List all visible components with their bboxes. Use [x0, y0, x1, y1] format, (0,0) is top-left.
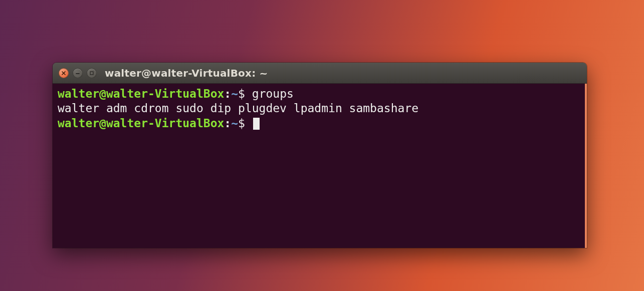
close-button[interactable] — [59, 68, 69, 78]
window-titlebar[interactable]: walter@walter-VirtualBox: ~ — [53, 63, 587, 84]
prompt-path: ~ — [231, 87, 238, 100]
maximize-icon — [89, 71, 94, 76]
terminal-line-1: walter@walter-VirtualBox:~$ groups — [58, 87, 580, 101]
minimize-button[interactable] — [73, 68, 83, 78]
terminal-window: walter@walter-VirtualBox: ~ walter@walte… — [53, 63, 587, 248]
command-output: walter adm cdrom sudo dip plugdev lpadmi… — [58, 102, 418, 115]
command-text: groups — [252, 87, 294, 100]
prompt-separator: : — [224, 87, 231, 100]
prompt-path: ~ — [231, 117, 238, 130]
terminal-line-2: walter adm cdrom sudo dip plugdev lpadmi… — [58, 101, 580, 116]
prompt-separator: : — [224, 117, 231, 130]
terminal-body[interactable]: walter@walter-VirtualBox:~$ groups walte… — [53, 84, 587, 248]
terminal-line-3: walter@walter-VirtualBox:~$ — [58, 116, 580, 131]
prompt-symbol: $ — [238, 87, 245, 100]
close-icon — [61, 71, 66, 76]
svg-rect-3 — [90, 72, 93, 75]
maximize-button[interactable] — [87, 68, 97, 78]
cursor-block — [253, 118, 260, 130]
prompt-symbol: $ — [238, 117, 245, 130]
prompt-user-host: walter@walter-VirtualBox — [58, 117, 224, 130]
minimize-icon — [75, 71, 80, 76]
prompt-user-host: walter@walter-VirtualBox — [58, 87, 224, 100]
window-title: walter@walter-VirtualBox: ~ — [105, 67, 268, 79]
window-controls — [59, 68, 97, 78]
